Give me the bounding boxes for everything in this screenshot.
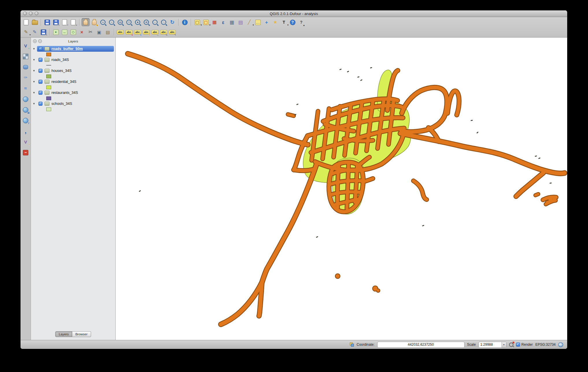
layer-row-roads_34S[interactable]: ▼roads_34S bbox=[31, 57, 115, 63]
highlight-labels[interactable]: abc● bbox=[142, 28, 150, 36]
layer-row-restaurants_34S[interactable]: ▼restaurants_34S bbox=[31, 90, 115, 96]
change-label[interactable]: abc✎ bbox=[168, 28, 176, 36]
labeling[interactable]: abc bbox=[116, 28, 124, 36]
layer-symbology-swatch[interactable] bbox=[46, 53, 51, 56]
new-print-composer[interactable]: + bbox=[60, 18, 69, 26]
rotate-label[interactable]: abc↻ bbox=[160, 28, 168, 36]
pan-map[interactable] bbox=[82, 18, 90, 26]
crs-label[interactable]: EPSG:32734 bbox=[535, 343, 556, 347]
save-project[interactable] bbox=[43, 18, 51, 26]
zoom-native[interactable]: 1:1 bbox=[116, 18, 124, 26]
layer-row-roads_buffer_50m[interactable]: ▼roads_buffer_50m bbox=[31, 46, 115, 52]
zoom-full[interactable]: ▢ bbox=[125, 18, 133, 26]
new-bookmark[interactable]: + bbox=[262, 18, 271, 26]
layer-label-area[interactable]: restaurants_34S bbox=[37, 90, 114, 96]
select-by-form[interactable]: ▦ bbox=[210, 18, 219, 26]
layer-row-houses_34S[interactable]: ▼houses_34S bbox=[31, 68, 115, 74]
layer-expand-icon[interactable]: ▼ bbox=[33, 69, 37, 72]
add-wfs-layer[interactable]: F bbox=[22, 116, 30, 124]
panel-detach-icon[interactable]: ○ bbox=[38, 39, 42, 43]
add-postgis-layer[interactable] bbox=[22, 63, 30, 71]
copy-features[interactable]: ▣ bbox=[95, 28, 103, 36]
layer-symbology-swatch[interactable] bbox=[46, 107, 51, 111]
node-tool[interactable]: ◇ bbox=[69, 28, 77, 36]
layer-visibility-checkbox[interactable] bbox=[38, 91, 42, 95]
add-spatialite-layer[interactable]: ✑ bbox=[22, 74, 30, 82]
layer-symbology-swatch[interactable] bbox=[46, 85, 51, 89]
save-layer-edits[interactable]: ✎ bbox=[39, 28, 47, 36]
layer-visibility-checkbox[interactable] bbox=[38, 47, 42, 51]
zoom-to-selection[interactable]: ◆ bbox=[134, 18, 142, 26]
pin-labels[interactable]: abc● bbox=[134, 28, 142, 36]
layer-label-area[interactable]: roads_34S bbox=[37, 57, 114, 63]
panel-close-icon[interactable]: × bbox=[33, 39, 37, 43]
refresh-map[interactable]: ↻ bbox=[168, 18, 176, 26]
composer-manager[interactable]: ≡ bbox=[69, 18, 77, 26]
zoom-in[interactable]: + bbox=[99, 18, 107, 26]
zoom-next[interactable]: → bbox=[160, 18, 168, 26]
new-project[interactable] bbox=[22, 18, 30, 26]
layer-label-area[interactable]: schools_34S bbox=[37, 101, 114, 107]
zoom-window-button[interactable] bbox=[35, 12, 38, 15]
layer-visibility-checkbox[interactable] bbox=[38, 102, 42, 106]
toggle-editing[interactable]: ✎ bbox=[31, 28, 39, 36]
zoom-out[interactable]: − bbox=[108, 18, 116, 26]
layer-expand-icon[interactable]: ▼ bbox=[33, 102, 37, 105]
cut-features[interactable]: ✂ bbox=[86, 28, 95, 36]
panel-tab-browser[interactable]: Browser bbox=[72, 331, 91, 337]
layer-symbology-swatch[interactable] bbox=[46, 65, 51, 66]
layer-expand-icon[interactable]: ▼ bbox=[33, 80, 37, 83]
layer-symbology-swatch[interactable] bbox=[46, 75, 51, 78]
coordinate-input[interactable]: 442032,6237250 bbox=[377, 342, 465, 348]
minimize-window-button[interactable] bbox=[29, 12, 33, 15]
open-project[interactable] bbox=[31, 18, 39, 26]
label-options[interactable]: abc● bbox=[125, 28, 133, 36]
add-wcs-layer[interactable]: ▦ bbox=[22, 106, 30, 114]
pan-to-selection[interactable]: ◆ bbox=[90, 18, 98, 26]
move-feature[interactable]: ↔ bbox=[60, 28, 69, 36]
add-raster-layer[interactable] bbox=[22, 52, 30, 60]
paste-features[interactable]: ▤ bbox=[104, 28, 112, 36]
render-checkbox[interactable] bbox=[516, 343, 520, 347]
measure-line[interactable]: ╱▾ bbox=[245, 18, 253, 26]
layer-label-area[interactable]: residential_34S bbox=[37, 79, 114, 85]
delete-selected[interactable]: × bbox=[78, 28, 86, 36]
zoom-to-layer[interactable]: ▤ bbox=[142, 18, 150, 26]
layer-symbology-swatch[interactable] bbox=[46, 96, 51, 100]
close-window-button[interactable] bbox=[23, 12, 27, 15]
layer-visibility-checkbox[interactable] bbox=[38, 80, 42, 84]
move-label[interactable]: abc↔ bbox=[151, 28, 159, 36]
scale-magnifier-icon[interactable] bbox=[509, 343, 513, 347]
title-bar[interactable]: QGIS 2.0.1-Dufour - analysis bbox=[21, 10, 567, 17]
layer-expand-icon[interactable]: ▼ bbox=[33, 47, 37, 50]
add-feature[interactable]: ● bbox=[52, 28, 60, 36]
layer-label-area[interactable]: houses_34S bbox=[37, 68, 114, 74]
panel-tab-layers[interactable]: Layers bbox=[55, 331, 72, 337]
map-canvas[interactable] bbox=[116, 38, 567, 340]
deselect-features[interactable]: ▢▾ bbox=[202, 18, 210, 26]
render-toggle[interactable]: Render bbox=[516, 343, 533, 347]
map-area[interactable] bbox=[116, 38, 567, 340]
layer-row-residential_34S[interactable]: ▼residential_34S bbox=[31, 79, 115, 85]
text-annotation[interactable]: T▾ bbox=[280, 18, 288, 26]
layer-row-schools_34S[interactable]: ▼schools_34S bbox=[31, 101, 115, 107]
new-shapefile-layer[interactable]: V* bbox=[22, 138, 30, 146]
add-wms-layer[interactable] bbox=[22, 95, 30, 103]
zoom-last[interactable]: ← bbox=[151, 18, 159, 26]
layer-expand-icon[interactable]: ▼ bbox=[33, 58, 37, 61]
scale-combo-arrow-icon[interactable]: ▾ bbox=[502, 342, 506, 347]
layer-visibility-checkbox[interactable] bbox=[38, 69, 42, 73]
add-vector-layer[interactable]: V+ bbox=[22, 42, 30, 50]
help-contents[interactable]: ? bbox=[289, 18, 297, 26]
layer-expand-icon[interactable]: ▼ bbox=[33, 91, 37, 94]
scale-combo[interactable]: 1:29988 ▾ bbox=[478, 342, 506, 348]
select-features[interactable]: ▢▾ bbox=[193, 18, 201, 26]
current-edits[interactable]: ✎▾ bbox=[22, 28, 30, 36]
map-tips[interactable]: … bbox=[254, 18, 262, 26]
identify-features[interactable]: i bbox=[181, 18, 189, 26]
add-delimited-text-layer[interactable]: , bbox=[22, 127, 30, 135]
table-view[interactable]: ▤ bbox=[236, 18, 245, 26]
mouse-position-icon[interactable] bbox=[350, 342, 354, 347]
field-calculator[interactable]: ε bbox=[219, 18, 227, 26]
remove-layer[interactable]: − bbox=[22, 148, 30, 157]
